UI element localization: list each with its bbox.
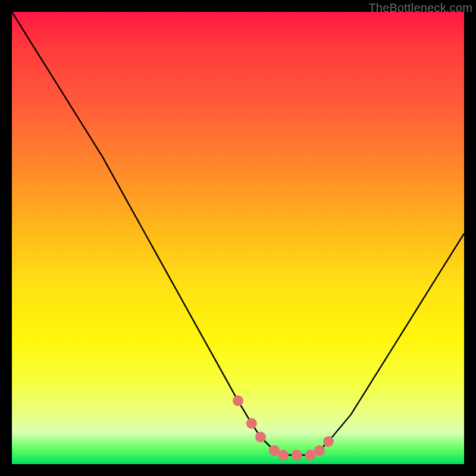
marker-dot xyxy=(246,418,257,429)
curve-layer xyxy=(12,12,464,464)
marker-dot xyxy=(314,445,325,456)
marker-dot xyxy=(292,450,302,461)
marker-dot xyxy=(323,436,334,447)
bottleneck-curve xyxy=(12,12,464,455)
chart-stage: TheBottleneck.com xyxy=(0,0,476,476)
gradient-plot-area xyxy=(12,12,464,464)
fit-highlight-markers xyxy=(233,396,334,461)
marker-dot xyxy=(255,431,266,442)
marker-dot xyxy=(233,396,243,406)
marker-dot xyxy=(278,450,289,461)
